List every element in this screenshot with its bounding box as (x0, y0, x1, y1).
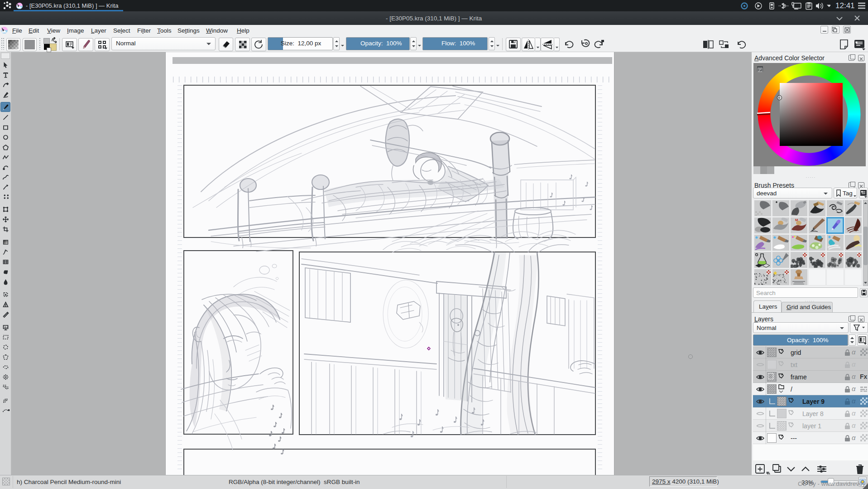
svg-text:M: M (795, 218, 798, 222)
